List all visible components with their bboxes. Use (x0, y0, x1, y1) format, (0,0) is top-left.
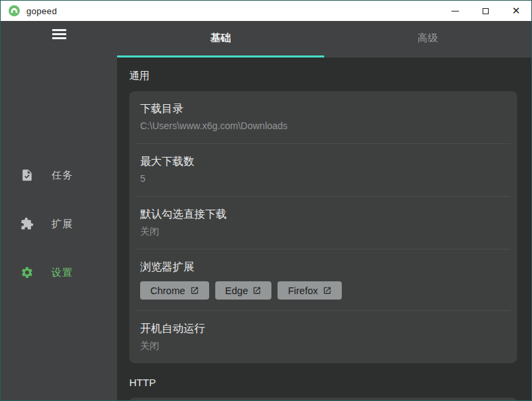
button-label: Firefox (288, 285, 317, 296)
sidebar-nav: 任务 扩展 设置 (1, 159, 117, 305)
tab-advanced[interactable]: 高级 (324, 21, 531, 57)
extension-buttons: Chrome Edge Firefox (140, 281, 506, 300)
sidebar-item-label: 设置 (51, 266, 73, 279)
setting-title: 默认勾选直接下载 (140, 207, 506, 222)
task-icon (20, 168, 34, 182)
general-settings-card: 下载目录 C:\Users\www.x6g.com\Downloads 最大下载… (129, 91, 517, 363)
open-in-new-icon (190, 286, 199, 295)
tabbar: 基础 高级 (117, 21, 531, 57)
hamburger-icon (52, 29, 66, 31)
sidebar-item-label: 任务 (51, 169, 73, 182)
sidebar: 任务 扩展 设置 (1, 21, 117, 400)
setting-row-max-downloads[interactable]: 最大下载数 5 (129, 144, 517, 196)
http-settings-card-partial[interactable] (129, 398, 517, 400)
extension-icon (20, 217, 34, 231)
setting-value: 关闭 (140, 339, 506, 352)
close-icon: ✕ (512, 6, 520, 16)
titlebar: gopeed ✕ (1, 1, 531, 21)
sidebar-item-settings[interactable]: 设置 (1, 256, 117, 289)
button-label: Chrome (150, 285, 185, 296)
firefox-extension-button[interactable]: Firefox (278, 281, 341, 300)
setting-title: 下载目录 (140, 101, 506, 116)
sidebar-item-extensions[interactable]: 扩展 (1, 208, 117, 240)
setting-value: C:\Users\www.x6g.com\Downloads (140, 120, 506, 133)
sidebar-item-tasks[interactable]: 任务 (1, 159, 117, 191)
maximize-button[interactable] (470, 1, 501, 21)
setting-row-default-direct-download[interactable]: 默认勾选直接下载 关闭 (129, 197, 517, 249)
setting-row-autostart[interactable]: 开机自动运行 关闭 (129, 311, 517, 363)
setting-title: 开机自动运行 (140, 321, 506, 336)
setting-title: 浏览器扩展 (140, 260, 506, 275)
app-window: gopeed ✕ 任务 (0, 0, 532, 401)
minimize-button[interactable] (440, 1, 470, 21)
sidebar-item-label: 扩展 (51, 218, 73, 231)
settings-content: 通用 下载目录 C:\Users\www.x6g.com\Downloads 最… (117, 57, 531, 400)
tab-basic[interactable]: 基础 (117, 21, 324, 57)
settings-icon (20, 266, 34, 279)
minimize-icon (451, 11, 459, 11)
section-title-http: HTTP (129, 377, 517, 388)
gopeed-logo-icon (8, 5, 20, 17)
button-label: Edge (225, 285, 248, 296)
chrome-extension-button[interactable]: Chrome (140, 281, 209, 300)
main-panel: 基础 高级 通用 下载目录 C:\Users\www.x6g.com\Downl… (117, 21, 531, 400)
setting-title: 最大下载数 (140, 154, 506, 169)
open-in-new-icon (252, 286, 261, 295)
menu-toggle-button[interactable] (52, 29, 66, 39)
setting-row-browser-extension: 浏览器扩展 Chrome Edge Firefox (129, 250, 517, 310)
setting-value: 关闭 (140, 225, 506, 238)
setting-row-download-dir[interactable]: 下载目录 C:\Users\www.x6g.com\Downloads (129, 91, 517, 143)
app-title: gopeed (26, 6, 57, 16)
open-in-new-icon (323, 286, 332, 295)
section-title-general: 通用 (129, 70, 517, 82)
window-controls: ✕ (440, 1, 531, 21)
maximize-icon (483, 8, 489, 14)
close-button[interactable]: ✕ (501, 1, 531, 21)
edge-extension-button[interactable]: Edge (215, 281, 272, 300)
setting-value: 5 (140, 172, 506, 185)
